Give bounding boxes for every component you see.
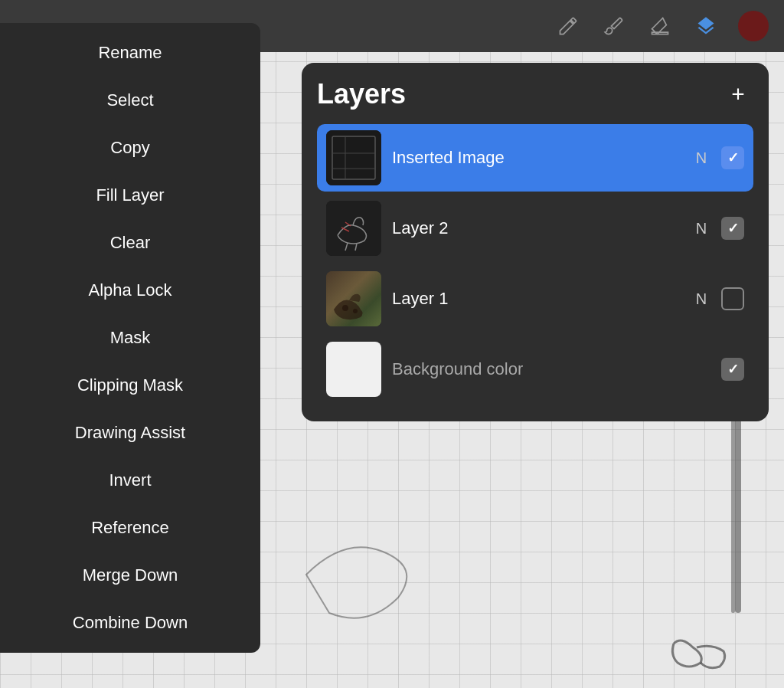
svg-rect-15 (326, 201, 381, 256)
context-menu: Rename Select Copy Fill Layer Clear Alph… (0, 23, 260, 653)
paint-tool[interactable] (600, 12, 628, 40)
layers-tool[interactable] (692, 12, 720, 40)
context-menu-item-clipping-mask[interactable]: Clipping Mask (0, 362, 260, 409)
layer-name-background: Background color (392, 359, 681, 379)
layers-header: Layers + (317, 78, 753, 110)
context-menu-item-copy[interactable]: Copy (0, 124, 260, 172)
context-menu-item-select[interactable]: Select (0, 77, 260, 124)
layers-title: Layers (317, 78, 406, 110)
layer-visibility-layer-1[interactable] (721, 287, 744, 310)
svg-point-18 (353, 309, 358, 313)
svg-rect-13 (326, 130, 381, 185)
layer-mode-inserted-image: N (692, 149, 710, 167)
eraser-tool[interactable] (646, 12, 674, 40)
brush-tool[interactable] (554, 12, 582, 40)
layer-mode-layer-2: N (692, 220, 710, 238)
layer-row-layer-2[interactable]: Layer 2 N ✓ (317, 195, 753, 262)
context-menu-item-fill-layer[interactable]: Fill Layer (0, 172, 260, 219)
layer-row-layer-1[interactable]: Layer 1 N (317, 265, 753, 333)
layer-thumbnail-layer-1 (326, 271, 381, 326)
layer-visibility-background[interactable]: ✓ (721, 358, 744, 381)
layers-panel: Layers + Inserted Image N ✓ (302, 63, 769, 421)
layer-thumbnail-inserted-image (326, 130, 381, 185)
context-menu-item-alpha-lock[interactable]: Alpha Lock (0, 267, 260, 314)
layer-name-layer-1: Layer 1 (392, 289, 681, 309)
context-menu-item-reference[interactable]: Reference (0, 504, 260, 552)
color-swatch[interactable] (738, 11, 769, 41)
context-menu-item-invert[interactable]: Invert (0, 457, 260, 504)
layer-row-inserted-image[interactable]: Inserted Image N ✓ (317, 124, 753, 192)
layer-name-layer-2: Layer 2 (392, 218, 681, 238)
layer-visibility-layer-2[interactable]: ✓ (721, 217, 744, 240)
context-menu-item-drawing-assist[interactable]: Drawing Assist (0, 409, 260, 457)
layer-thumbnail-layer-2 (326, 201, 381, 256)
context-menu-item-mask[interactable]: Mask (0, 314, 260, 362)
add-layer-button[interactable]: + (723, 79, 753, 110)
layer-mode-layer-1: N (692, 290, 710, 308)
context-menu-item-merge-down[interactable]: Merge Down (0, 552, 260, 599)
layer-visibility-inserted-image[interactable]: ✓ (721, 146, 744, 169)
layer-name-inserted-image: Inserted Image (392, 148, 681, 168)
svg-point-17 (342, 305, 348, 311)
context-menu-item-combine-down[interactable]: Combine Down (0, 599, 260, 647)
context-menu-item-rename[interactable]: Rename (0, 29, 260, 77)
context-menu-item-clear[interactable]: Clear (0, 219, 260, 267)
layer-thumbnail-background (326, 342, 381, 397)
layer-row-background[interactable]: Background color ✓ (317, 336, 753, 403)
